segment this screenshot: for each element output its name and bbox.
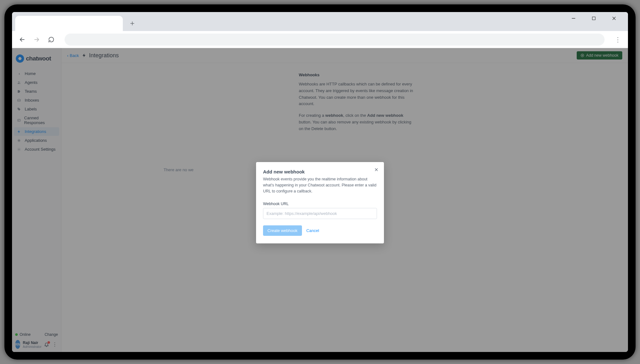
window-maximize-button[interactable] <box>587 12 600 25</box>
browser-titlebar <box>12 12 628 31</box>
nav-reload-button[interactable] <box>47 35 56 44</box>
browser-toolbar: ⋮ <box>12 31 628 48</box>
nav-forward-button[interactable] <box>32 35 41 44</box>
window-close-button[interactable] <box>608 12 620 25</box>
window-minimize-button[interactable] <box>567 12 580 25</box>
svg-rect-0 <box>592 17 595 20</box>
webhook-url-input[interactable] <box>263 208 377 219</box>
browser-menu-button[interactable]: ⋮ <box>613 36 622 43</box>
app: chatwoot ‹ Home Agents <box>12 48 628 352</box>
nav-back-button[interactable] <box>18 35 27 44</box>
new-tab-button[interactable] <box>127 18 138 29</box>
modal-description: Webhook events provide you the realtime … <box>263 176 377 194</box>
device-frame: ⋮ chatwoot ‹ Home <box>4 4 636 360</box>
cancel-button[interactable]: Cancel <box>306 228 319 233</box>
webhook-url-label: Webhook URL <box>263 202 377 206</box>
screen: ⋮ chatwoot ‹ Home <box>12 12 628 352</box>
add-webhook-modal: Add new webhook Webhook events provide y… <box>256 162 384 243</box>
modal-title: Add new webhook <box>263 169 377 174</box>
create-webhook-button[interactable]: Create webhook <box>263 225 302 236</box>
modal-close-button[interactable] <box>373 166 380 173</box>
browser-tab[interactable] <box>15 16 123 31</box>
address-bar[interactable] <box>65 34 605 46</box>
